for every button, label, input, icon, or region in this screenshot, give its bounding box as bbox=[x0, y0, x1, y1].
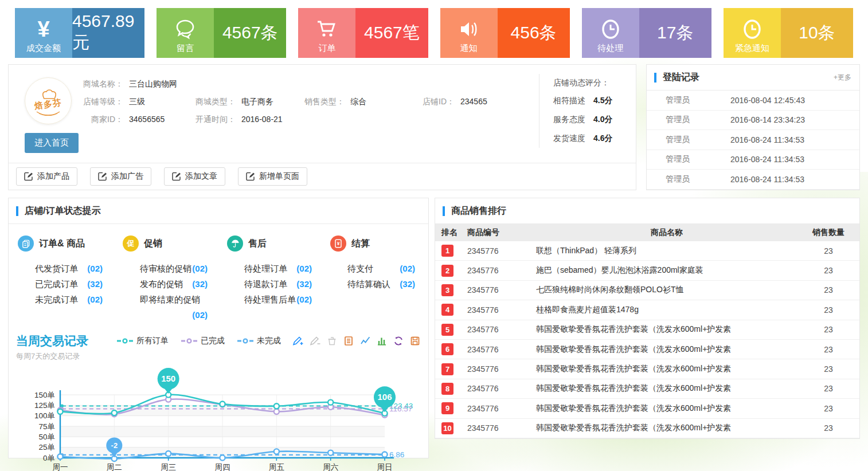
rank-badge: 4 bbox=[441, 304, 453, 316]
stat-card-value: 4567条 bbox=[214, 8, 286, 58]
product-name: 韩国爱敬挚爱香氛花香洗护套装（洗发水600ml+护发素 bbox=[536, 383, 797, 394]
product-code: 2345776 bbox=[467, 246, 536, 256]
login-user: 管理员 bbox=[647, 95, 730, 105]
status-category-name: 结算 bbox=[351, 238, 370, 250]
login-record-row: 管理员 2016-08-14 23:34:23 bbox=[647, 111, 859, 131]
product-name: 桂格即食燕麦片超值装1478g bbox=[536, 305, 797, 315]
product-name: 韩国爱敬挚爱香氛花香洗护套装（洗发水600ml+护发素 bbox=[536, 403, 797, 414]
ranking-row: 7 2345776 韩国爱敬挚爱香氛花香洗护套装（洗发水600ml+护发素 23 bbox=[435, 359, 859, 379]
status-item[interactable]: 待退款订单 (32) bbox=[244, 276, 312, 292]
chart-subtitle: 每周7天的交易记录 bbox=[16, 351, 428, 362]
status-item[interactable]: 即将结束的促销 (02) bbox=[140, 292, 208, 307]
rank-badge: 7 bbox=[441, 363, 453, 375]
stat-card-label: 成交金额 bbox=[26, 43, 61, 54]
enter-home-button[interactable]: 进入首页 bbox=[25, 133, 79, 153]
status-count: (02) bbox=[296, 261, 312, 276]
chart-title: 当周交易记录 bbox=[16, 333, 88, 349]
rating-row: 服务态度 4.0分 bbox=[553, 110, 612, 129]
status-item[interactable]: 待审核的促销 (02) bbox=[140, 261, 208, 276]
rating-title: 店铺动态评分： bbox=[553, 74, 612, 91]
quick-action-button[interactable]: 添加文章 bbox=[164, 167, 225, 186]
dataview-icon[interactable] bbox=[343, 336, 354, 346]
unmark-icon[interactable] bbox=[310, 336, 320, 346]
status-item[interactable]: 待支付 (02) bbox=[347, 261, 415, 276]
svg-text:75单: 75单 bbox=[38, 422, 55, 431]
accent-bar bbox=[443, 206, 445, 216]
stat-card[interactable]: 订单 4567笔 bbox=[298, 8, 428, 58]
stat-card-value: 4567.89元 bbox=[72, 8, 144, 58]
product-code: 2345776 bbox=[467, 345, 536, 354]
more-link[interactable]: +更多 bbox=[834, 73, 851, 83]
status-item[interactable]: 待结算确认 (32) bbox=[347, 276, 415, 292]
product-name: 韩国爱敬挚爱香氛花香洗护套装（洗发水600ml+护发素 bbox=[536, 344, 797, 355]
barchart-icon[interactable] bbox=[377, 336, 387, 346]
ranking-row: 5 2345776 韩国爱敬挚爱香氛花香洗护套装（洗发水600ml+护发素 23 bbox=[435, 320, 859, 340]
stat-card[interactable]: 紧急通知 10条 bbox=[724, 8, 853, 58]
product-name: 联想（ThinkPad） 轻薄系列 bbox=[536, 246, 797, 256]
status-item[interactable]: 待处理售后单 (02) bbox=[244, 292, 312, 307]
status-item[interactable]: 代发货订单 (02) bbox=[35, 261, 103, 276]
rank-badge: 10 bbox=[441, 422, 453, 434]
stat-card[interactable]: 留言 4567条 bbox=[157, 8, 286, 58]
product-code: 2345776 bbox=[467, 305, 536, 315]
svg-text:25单: 25单 bbox=[38, 443, 55, 452]
umbrella-icon bbox=[231, 239, 240, 248]
product-name: 韩国爱敬挚爱香氛花香洗护套装（洗发水600ml+护发素 bbox=[536, 324, 797, 335]
legend-item[interactable]: 未完成 bbox=[237, 336, 281, 346]
promo-icon: 促 bbox=[127, 238, 135, 249]
status-category: 订单& 商品 代发货订单 (02)已完成订单 (32)未完成订单 (02) bbox=[18, 236, 123, 323]
ranking-row: 9 2345776 韩国爱敬挚爱香氛花香洗护套装（洗发水600ml+护发素 23 bbox=[435, 399, 859, 418]
product-code: 2345776 bbox=[467, 364, 536, 374]
linechart-icon[interactable] bbox=[360, 336, 370, 346]
rating-label: 服务态度 bbox=[553, 110, 585, 129]
store-logo: 焙多芬 bbox=[25, 77, 72, 124]
legend-item[interactable]: 已完成 bbox=[181, 336, 225, 346]
quick-action-button[interactable]: 添加广告 bbox=[90, 167, 151, 186]
unmark-icon bbox=[310, 336, 320, 346]
rank-badge: 9 bbox=[441, 402, 453, 414]
stat-card[interactable]: ¥ 成交金额 4567.89元 bbox=[15, 8, 144, 58]
svg-text:150单: 150单 bbox=[34, 391, 55, 399]
svg-text:¥: ¥ bbox=[337, 241, 340, 246]
chart-toolbox bbox=[292, 336, 420, 346]
product-code: 2345776 bbox=[467, 266, 536, 275]
status-item[interactable]: 待处理订单 (02) bbox=[244, 261, 312, 276]
sales-qty: 23 bbox=[797, 404, 859, 413]
store-fields: 商城名称： 三台山购物网 店铺等级： 三级 商城类型： 电子商务 销售类型： bbox=[79, 75, 531, 128]
stat-card[interactable]: 待处理 17条 bbox=[582, 8, 711, 58]
clock-icon bbox=[600, 18, 621, 40]
weekly-trade-chart: 0单25单50单75单100单125单150单周一周二周三周四周五周六周日123… bbox=[14, 381, 428, 471]
status-category-name: 促销 bbox=[144, 238, 162, 250]
cart-icon bbox=[315, 19, 338, 40]
stat-card[interactable]: 通知 456条 bbox=[440, 8, 570, 58]
login-user: 管理员 bbox=[647, 135, 730, 145]
store-info-panel: 焙多芬 商城名称： 三台山购物网 店铺等级： 三级 bbox=[8, 64, 636, 190]
stat-card-value: 10条 bbox=[781, 8, 853, 58]
svg-text:-2: -2 bbox=[111, 441, 118, 450]
quick-action-button[interactable]: 新增单页面 bbox=[238, 167, 307, 186]
refresh-icon[interactable] bbox=[393, 336, 404, 346]
status-category-name: 订单& 商品 bbox=[39, 238, 85, 250]
login-user: 管理员 bbox=[647, 115, 730, 125]
svg-text:6.86: 6.86 bbox=[389, 450, 404, 459]
legend-item[interactable]: 所有订单 bbox=[117, 336, 169, 346]
clear-icon[interactable] bbox=[327, 336, 337, 346]
ranking-header-row: 排名 商品编号 商品名称 销售数量 bbox=[435, 224, 859, 241]
status-item[interactable]: 发布的促销 (32) bbox=[140, 276, 208, 292]
status-category: 促 促销 待审核的促销 (02)发布的促销 (32)即将结束的促销 (02) bbox=[123, 236, 227, 323]
edit-icon bbox=[98, 172, 107, 181]
stat-card-label: 待处理 bbox=[597, 43, 623, 54]
edit-icon bbox=[246, 172, 255, 181]
stat-card-label: 紧急通知 bbox=[735, 43, 769, 54]
status-item[interactable]: 未完成订单 (02) bbox=[35, 292, 103, 307]
stat-cards-row: ¥ 成交金额 4567.89元 留言 4567条 订单 4567笔 通知 456… bbox=[15, 8, 853, 58]
save-icon[interactable] bbox=[410, 336, 420, 346]
quick-action-button[interactable]: 添加产品 bbox=[16, 167, 77, 186]
login-user: 管理员 bbox=[647, 154, 730, 164]
field-shop-name: 商城名称： 三台山购物网 bbox=[79, 79, 531, 89]
status-categories: 订单& 商品 代发货订单 (02)已完成订单 (32)未完成订单 (02) 促 … bbox=[9, 224, 428, 323]
status-item[interactable]: 已完成订单 (32) bbox=[35, 276, 103, 292]
svg-text:0单: 0单 bbox=[43, 454, 55, 462]
mark-icon[interactable] bbox=[292, 336, 303, 346]
rank-badge: 3 bbox=[441, 284, 453, 296]
